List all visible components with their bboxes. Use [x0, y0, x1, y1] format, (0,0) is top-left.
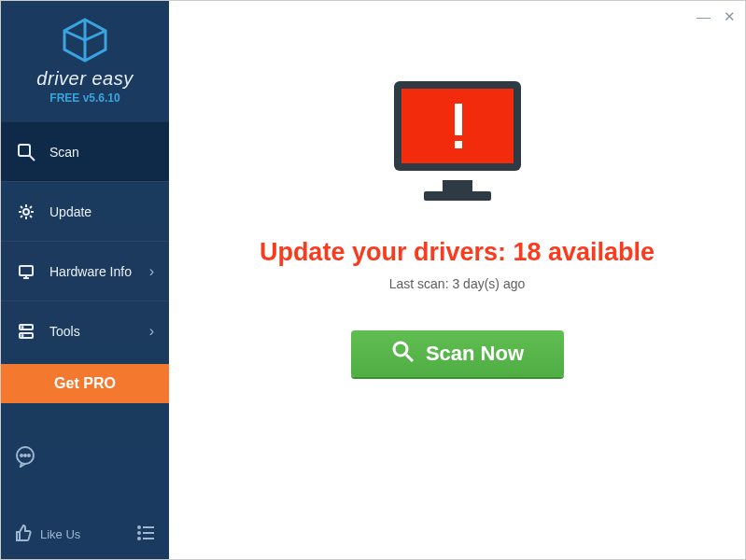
- scan-icon: [16, 142, 36, 162]
- svg-rect-23: [443, 180, 472, 191]
- search-icon: [390, 339, 415, 369]
- brand-version: FREE v5.6.10: [1, 91, 169, 105]
- menu-icon[interactable]: [135, 523, 156, 546]
- last-scan-text: Last scan: 3 day(s) ago: [389, 276, 526, 291]
- svg-line-28: [406, 355, 413, 361]
- sidebar: driver easy FREE v5.6.10 Scan Update: [1, 1, 169, 559]
- sidebar-item-label: Scan: [49, 145, 79, 160]
- scan-now-button[interactable]: Scan Now: [351, 330, 564, 377]
- svg-line-2: [29, 155, 35, 161]
- brand-block: driver easy FREE v5.6.10: [1, 1, 169, 114]
- svg-point-9: [21, 326, 22, 327]
- svg-rect-25: [455, 104, 462, 135]
- chevron-right-icon: ›: [149, 263, 154, 280]
- like-us-link[interactable]: Like Us: [40, 527, 80, 541]
- svg-point-19: [138, 538, 140, 539]
- sidebar-footer: Like Us: [1, 513, 169, 559]
- gear-icon: [16, 202, 36, 222]
- headline: Update your drivers: 18 available: [260, 238, 655, 267]
- svg-point-14: [28, 455, 30, 456]
- close-button[interactable]: ✕: [724, 8, 736, 25]
- svg-rect-26: [455, 141, 462, 148]
- sidebar-item-label: Tools: [49, 324, 80, 339]
- svg-point-15: [138, 526, 140, 528]
- svg-rect-4: [20, 266, 33, 275]
- tools-icon: [16, 321, 36, 342]
- brand-logo-icon: [1, 18, 169, 63]
- main-panel: — ✕ Update your drivers: 18 available La…: [169, 1, 745, 559]
- alert-monitor-icon: [383, 76, 532, 214]
- nav: Scan Update Hardware Info ›: [1, 121, 169, 403]
- sidebar-item-label: Update: [49, 204, 91, 219]
- sidebar-item-label: Hardware Info: [49, 264, 132, 279]
- svg-point-3: [23, 209, 29, 215]
- feedback-icon[interactable]: [1, 436, 169, 481]
- svg-point-17: [138, 532, 140, 534]
- svg-point-12: [21, 455, 22, 456]
- minimize-button[interactable]: —: [697, 8, 711, 25]
- brand-name: driver easy: [1, 68, 169, 90]
- sidebar-item-hardware-info[interactable]: Hardware Info ›: [1, 241, 169, 301]
- svg-point-13: [24, 455, 26, 456]
- sidebar-item-scan[interactable]: Scan: [1, 121, 169, 181]
- svg-rect-24: [424, 191, 491, 201]
- chevron-right-icon: ›: [149, 323, 154, 340]
- hardware-icon: [16, 261, 36, 282]
- svg-rect-1: [19, 145, 30, 156]
- svg-point-27: [394, 343, 407, 356]
- thumbs-up-icon[interactable]: [14, 524, 33, 545]
- window-controls: — ✕: [697, 8, 736, 25]
- get-pro-button[interactable]: Get PRO: [1, 364, 169, 403]
- sidebar-item-update[interactable]: Update: [1, 181, 169, 241]
- svg-point-10: [21, 334, 22, 335]
- sidebar-item-tools[interactable]: Tools ›: [1, 301, 169, 360]
